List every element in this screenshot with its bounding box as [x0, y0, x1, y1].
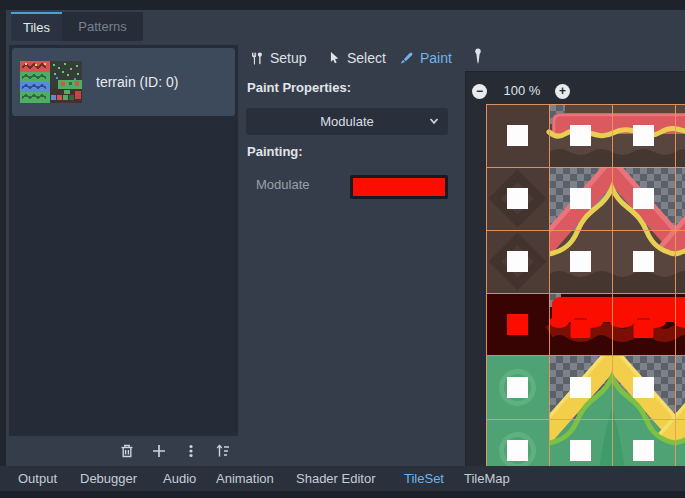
- setup-tool-label: Setup: [270, 50, 307, 66]
- modulate-color-swatch[interactable]: [350, 175, 448, 199]
- eyedropper-icon: [471, 47, 485, 67]
- cursor-icon: [327, 51, 341, 65]
- left-edge-strip: [0, 10, 6, 491]
- menu-dots-icon[interactable]: [182, 442, 200, 460]
- bottom-tab-debugger[interactable]: Debugger: [80, 466, 137, 491]
- atlas-panel: − 100 % +: [465, 71, 685, 466]
- paint-brush-icon: [399, 51, 414, 66]
- add-icon[interactable]: [150, 442, 168, 460]
- bottom-panel-bar: Output Debugger Audio Animation Shader E…: [0, 466, 685, 491]
- delete-icon[interactable]: [118, 442, 136, 460]
- bottom-tab-shader-editor[interactable]: Shader Editor: [296, 466, 376, 491]
- chevron-down-icon: [428, 115, 440, 127]
- bottom-tab-output[interactable]: Output: [18, 466, 57, 491]
- bottom-strip: [0, 491, 685, 498]
- top-strip: [0, 0, 685, 10]
- paint-tool-label: Paint: [420, 50, 452, 66]
- modulate-color-swatch-fill: [353, 178, 445, 196]
- paint-properties-heading: Paint Properties:: [247, 80, 351, 95]
- bottom-tab-tileset[interactable]: TileSet: [404, 466, 444, 491]
- list-item-label: terrain (ID: 0): [96, 74, 178, 90]
- zoom-in-button[interactable]: +: [555, 84, 570, 99]
- bottom-tab-animation[interactable]: Animation: [216, 466, 274, 491]
- sort-icon[interactable]: [214, 442, 232, 460]
- paint-property-value: Modulate: [320, 114, 373, 129]
- tab-patterns-label: Patterns: [78, 19, 126, 34]
- setup-tools-icon: [249, 51, 264, 66]
- picker-tool-button[interactable]: [471, 47, 485, 67]
- tab-tiles[interactable]: Tiles: [11, 12, 62, 41]
- painting-heading: Painting:: [247, 144, 303, 159]
- tileset-thumbnail: [20, 61, 82, 103]
- paint-tool-button[interactable]: Paint: [399, 49, 452, 67]
- tab-tiles-label: Tiles: [23, 20, 50, 35]
- list-item-terrain[interactable]: terrain (ID: 0): [12, 48, 235, 116]
- zoom-level: 100 %: [496, 83, 548, 98]
- setup-tool-button[interactable]: Setup: [249, 49, 307, 67]
- bottom-tab-tilemap[interactable]: TileMap: [464, 466, 510, 491]
- paint-property-dropdown[interactable]: Modulate: [246, 108, 448, 135]
- bottom-tab-audio[interactable]: Audio: [163, 466, 196, 491]
- zoom-out-button[interactable]: −: [472, 84, 487, 99]
- tile-atlas-view[interactable]: [486, 104, 685, 467]
- tiles-list-toolbar: [8, 440, 239, 462]
- tile-atlas-image: [486, 104, 685, 467]
- tileset-editor: Tiles Patterns: [0, 0, 685, 498]
- tab-patterns[interactable]: Patterns: [62, 12, 143, 41]
- tiles-list-panel: terrain (ID: 0): [8, 44, 239, 437]
- modulate-property-label: Modulate: [256, 177, 309, 192]
- select-tool-label: Select: [347, 50, 386, 66]
- select-tool-button[interactable]: Select: [327, 49, 386, 67]
